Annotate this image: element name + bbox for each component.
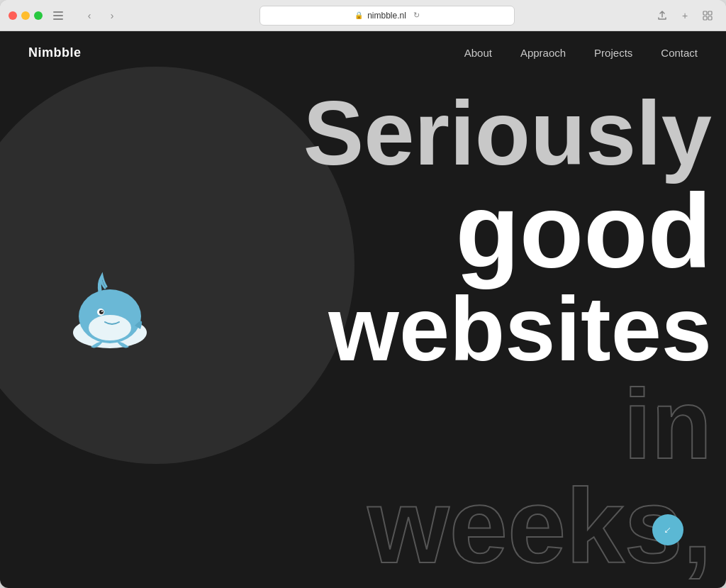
svg-rect-1 <box>53 15 63 16</box>
site-nav: About Appraoch Projects Contact <box>464 47 698 59</box>
site-header: Nimbble About Appraoch Projects Contact <box>0 31 726 74</box>
lock-icon: 🔒 <box>354 11 363 19</box>
svg-rect-6 <box>708 16 712 20</box>
maximize-button[interactable] <box>34 11 43 20</box>
nav-buttons: ‹ › <box>79 6 122 26</box>
nav-projects[interactable]: Projects <box>594 47 632 59</box>
svg-rect-5 <box>703 16 707 20</box>
sidebar-toggle-button[interactable] <box>48 6 68 26</box>
hero-line-3: websites <box>303 284 712 375</box>
svg-rect-4 <box>708 11 712 15</box>
hero-line-1: Seriously <box>303 88 712 179</box>
forward-button[interactable]: › <box>102 6 122 26</box>
website-content: Nimbble About Appraoch Projects Contact <box>0 31 726 588</box>
svg-point-11 <box>99 310 104 314</box>
hero-text: Seriously good websites in weeks, <box>303 88 712 579</box>
close-button[interactable] <box>9 11 17 20</box>
whale-illustration <box>64 265 156 357</box>
traffic-lights <box>9 11 43 20</box>
browser-window: ‹ › 🔒 nimbble.nl ↻ + <box>0 0 726 588</box>
svg-point-9 <box>89 315 131 340</box>
browser-actions: + <box>652 6 717 26</box>
hero-line-5: weeks, <box>303 474 712 579</box>
tabs-overview-button[interactable] <box>698 6 717 26</box>
hero-line-4: in <box>303 375 712 474</box>
scroll-down-button[interactable]: ↓ <box>652 514 683 545</box>
scroll-arrow-icon: ↓ <box>661 523 674 536</box>
address-bar-container: 🔒 nimbble.nl ↻ <box>128 6 647 26</box>
url-text: nimbble.nl <box>367 11 406 21</box>
nav-about[interactable]: About <box>464 47 492 59</box>
hero-line-2: good <box>303 179 712 284</box>
browser-titlebar: ‹ › 🔒 nimbble.nl ↻ + <box>0 0 726 31</box>
site-logo[interactable]: Nimbble <box>28 45 82 60</box>
svg-point-12 <box>101 311 103 312</box>
svg-rect-3 <box>703 11 707 15</box>
nav-approach[interactable]: Appraoch <box>520 47 566 59</box>
back-button[interactable]: ‹ <box>79 6 99 26</box>
nav-contact[interactable]: Contact <box>661 47 698 59</box>
new-tab-button[interactable]: + <box>675 6 695 26</box>
minimize-button[interactable] <box>21 11 30 20</box>
reload-icon[interactable]: ↻ <box>413 11 420 20</box>
share-button[interactable] <box>652 6 672 26</box>
background-circle <box>0 67 354 464</box>
svg-rect-2 <box>53 18 63 20</box>
svg-rect-0 <box>53 11 63 13</box>
address-bar[interactable]: 🔒 nimbble.nl ↻ <box>259 6 515 26</box>
